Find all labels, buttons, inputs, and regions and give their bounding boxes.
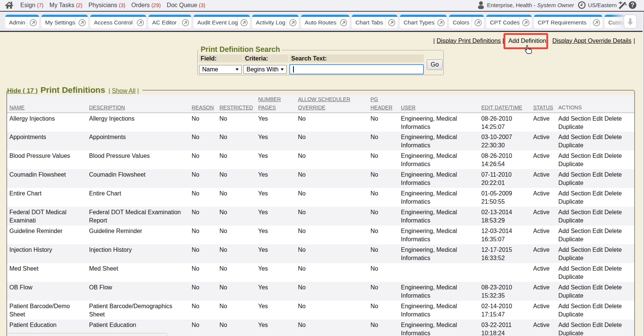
svg-text:?: ? bbox=[631, 2, 635, 8]
